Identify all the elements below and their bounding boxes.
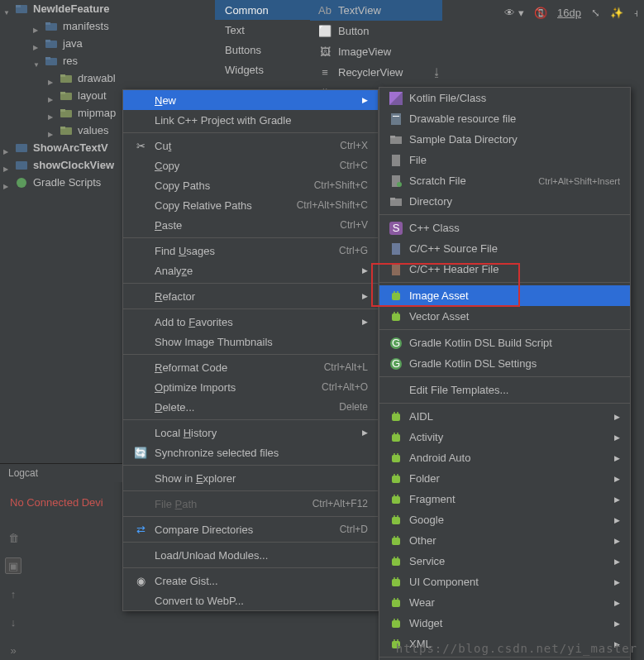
palette-item[interactable]: ≡RecyclerView⭳	[310, 62, 442, 83]
svg-point-45	[397, 412, 398, 414]
menu-item[interactable]: Add to Favorites▶	[123, 312, 378, 332]
svg-rect-15	[60, 127, 65, 129]
menu-item[interactable]: Local History▶	[123, 423, 378, 442]
svg-point-56	[394, 495, 395, 496]
tree-item[interactable]: res	[0, 52, 215, 69]
tree-item-label: showClockView	[33, 159, 114, 171]
menu-item[interactable]: Delete...Delete	[123, 397, 378, 417]
segment-icon[interactable]: ⤡	[591, 7, 600, 19]
palette-tab-common[interactable]: Common	[215, 0, 310, 20]
widget-icon: ⬜	[318, 25, 332, 38]
wand-icon[interactable]: ✨	[610, 7, 623, 19]
menu-item[interactable]: Optimize ImportsCtrl+Alt+O	[123, 377, 378, 397]
menu-item[interactable]: Copy PathsCtrl+Shift+C	[123, 175, 378, 195]
svg-point-59	[394, 515, 395, 517]
layers-icon[interactable]: ▣	[5, 557, 21, 574]
blank-icon	[133, 218, 148, 232]
eye-icon[interactable]: 👁 ▾	[504, 7, 524, 19]
submenu-item[interactable]: Folder▶	[379, 468, 630, 489]
android-icon	[389, 534, 403, 548]
submenu-item[interactable]: UI Component▶	[379, 572, 630, 592]
arrow-up-icon[interactable]: ↑	[5, 586, 21, 602]
menu-item-label: Compare Directories	[155, 524, 340, 536]
align-icon[interactable]: ⫞	[633, 7, 639, 19]
tree-item-label: layout	[78, 89, 107, 102]
svg-rect-33	[392, 293, 400, 300]
menu-item[interactable]: Link C++ Project with Gradle	[123, 110, 378, 130]
menu-item[interactable]: New▶	[123, 90, 378, 110]
palette-tab-buttons[interactable]: Buttons	[215, 40, 310, 60]
menu-item[interactable]: ◉Create Gist...	[123, 571, 378, 591]
submenu-item[interactable]: Fragment▶	[379, 489, 630, 509]
menu-item[interactable]: 🔄Synchronize selected files	[123, 442, 378, 462]
menu-item[interactable]: Analyze▶	[123, 261, 378, 280]
more-icon[interactable]: »	[5, 642, 21, 658]
menu-item[interactable]: Load/Unload Modules...	[123, 545, 378, 565]
menu-item[interactable]: Refactor▶	[123, 286, 378, 306]
menu-item[interactable]: Convert to WebP...	[123, 591, 378, 610]
submenu-item-label: Other	[409, 534, 608, 547]
menu-item[interactable]: ✂CutCtrl+X	[123, 136, 378, 155]
menu-item[interactable]: PasteCtrl+V	[123, 215, 378, 235]
submenu-item[interactable]: Edit File Templates...	[379, 380, 630, 400]
submenu-item[interactable]: Drawable resource file	[379, 108, 630, 129]
chevron-right-icon: ▶	[362, 318, 368, 326]
menu-item[interactable]: Copy Relative PathsCtrl+Alt+Shift+C	[123, 195, 378, 215]
submenu-item[interactable]: AIDL▶	[379, 406, 630, 427]
submenu-item[interactable]: C/C++ Header File	[379, 259, 630, 280]
arrow-down-icon[interactable]: ↓	[5, 614, 21, 630]
palette-item[interactable]: AbTextView	[310, 0, 442, 21]
device-off-icon[interactable]: 📵	[534, 7, 547, 19]
submenu-item[interactable]: Google▶	[379, 509, 630, 530]
submenu-item[interactable]: Image Asset	[379, 285, 630, 306]
submenu-item[interactable]: Directory	[379, 191, 630, 212]
submenu-item[interactable]: Kotlin File/Class	[379, 88, 630, 108]
menu-item[interactable]: Reformat CodeCtrl+Alt+L	[123, 357, 378, 377]
submenu-item[interactable]: File	[379, 150, 630, 170]
dp-label[interactable]: 16dp	[557, 7, 581, 19]
palette-item[interactable]: ⬜Button	[310, 21, 442, 41]
no-connected-devices-label: No Connected Devi	[10, 496, 103, 509]
submenu-item-label: C/C++ Source File	[409, 242, 620, 255]
svg-text:G: G	[392, 357, 400, 370]
submenu-item[interactable]: Service▶	[379, 551, 630, 572]
menu-item[interactable]: Show in Explorer	[123, 468, 378, 488]
tree-item[interactable]: java	[0, 35, 215, 52]
palette-tab-widgets[interactable]: Widgets	[215, 60, 310, 79]
submenu-item[interactable]: G Gradle Kotlin DSL Build Script	[379, 332, 630, 353]
submenu-item[interactable]: Other▶	[379, 530, 630, 551]
svg-rect-16	[16, 144, 27, 152]
tree-item-label: manifests	[63, 20, 109, 32]
palette-tab-text[interactable]: Text	[215, 20, 310, 40]
menu-item[interactable]: Show Image Thumbnails	[123, 332, 378, 352]
tree-item[interactable]: manifests	[0, 17, 215, 35]
submenu-item[interactable]: Vector Asset	[379, 306, 630, 327]
logcat-tab[interactable]: Logcat	[0, 463, 122, 482]
tree-item[interactable]: drawabl	[0, 69, 215, 87]
menu-item[interactable]: Find UsagesCtrl+G	[123, 241, 378, 261]
menu-item-label: Synchronize selected files	[155, 447, 368, 459]
menu-item-label: Copy Paths	[155, 179, 314, 192]
tree-root[interactable]: NewIdeFeature	[0, 0, 215, 17]
submenu-item[interactable]: S C++ Class	[379, 218, 630, 238]
submenu-item[interactable]: Wear▶	[379, 592, 630, 613]
blank-icon	[133, 425, 148, 440]
watermark-text: https://blog.csdn.net/yi_master	[396, 642, 637, 655]
menu-item[interactable]: CopyCtrl+C	[123, 155, 378, 175]
trash-icon[interactable]: 🗑	[5, 529, 21, 546]
file-icon	[389, 154, 403, 167]
submenu-item[interactable]: Android Auto▶	[379, 447, 630, 468]
svg-rect-9	[60, 74, 65, 77]
menu-item[interactable]: ⇄Compare DirectoriesCtrl+D	[123, 519, 378, 539]
submenu-item[interactable]: C/C++ Source File	[379, 238, 630, 259]
submenu-item-label: Directory	[409, 195, 620, 208]
svg-point-54	[397, 474, 398, 476]
submenu-item[interactable]: Sample Data Directory	[379, 129, 630, 150]
palette-item[interactable]: 🖼ImageView	[310, 41, 442, 62]
submenu-item[interactable]: Activity▶	[379, 427, 630, 447]
download-icon[interactable]: ⭳	[432, 66, 442, 79]
submenu-item[interactable]: Widget▶	[379, 613, 630, 634]
submenu-item[interactable]: Scratch FileCtrl+Alt+Shift+Insert	[379, 170, 630, 191]
submenu-item[interactable]: G Gradle Kotlin DSL Settings	[379, 353, 630, 374]
svg-point-44	[394, 412, 395, 414]
